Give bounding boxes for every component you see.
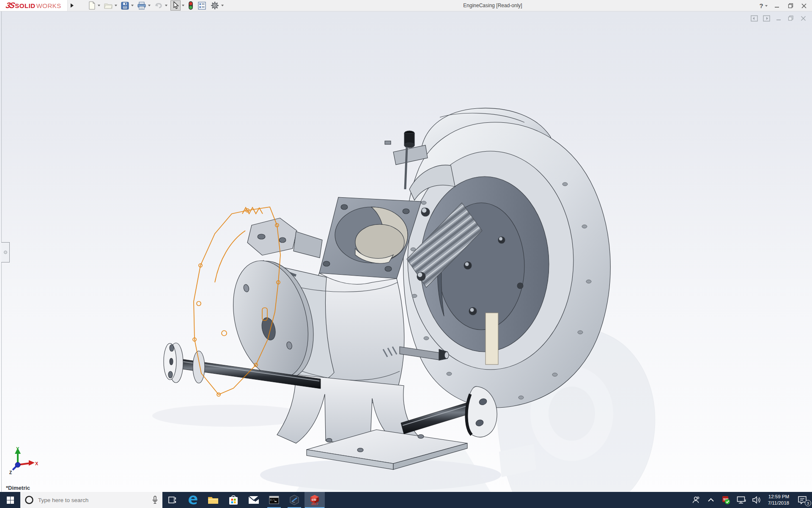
select-cursor-icon xyxy=(172,1,179,10)
minimize-icon xyxy=(774,3,779,8)
system-tray: SW 12:59 PM 7/11/2018 3 xyxy=(690,492,812,508)
store-button[interactable] xyxy=(223,492,244,508)
minimize-button[interactable] xyxy=(771,1,782,11)
clock-date: 7/11/2018 xyxy=(768,500,789,506)
select-tool-button[interactable] xyxy=(170,0,181,11)
save-dropdown[interactable] xyxy=(130,0,134,11)
tray-expand-button[interactable] xyxy=(705,492,716,508)
solidworks-2017-button[interactable]: SW 2017 xyxy=(304,492,325,508)
triad-y-label: Y xyxy=(16,446,19,451)
quick-access-toolbar xyxy=(87,0,226,11)
solidworks-app-icon: SW 2017 xyxy=(310,494,320,506)
help-dropdown-icon xyxy=(765,5,768,7)
new-dropdown[interactable] xyxy=(97,0,101,11)
help-button[interactable]: ? xyxy=(758,1,769,11)
close-icon xyxy=(801,3,807,8)
search-input[interactable] xyxy=(38,497,148,503)
print-icon xyxy=(137,2,146,10)
save-button[interactable] xyxy=(120,0,130,11)
save-icon xyxy=(121,2,129,10)
svg-text:C:\_: C:\_ xyxy=(270,499,277,502)
rebuild-button[interactable] xyxy=(187,0,194,11)
task-view-button[interactable] xyxy=(162,492,183,508)
network-icon xyxy=(737,496,746,504)
taskbar-search-box[interactable] xyxy=(20,492,162,508)
command-prompt-button[interactable]: C:\_ xyxy=(264,492,284,508)
volume-button[interactable] xyxy=(751,492,762,508)
command-prompt-icon: C:\_ xyxy=(269,496,279,504)
people-button[interactable] xyxy=(690,492,701,508)
file-properties-button[interactable] xyxy=(197,0,207,11)
clock-time: 12:59 PM xyxy=(768,494,789,500)
task-view-icon xyxy=(168,496,177,504)
graphics-viewport[interactable]: Y X Z *Dimetric xyxy=(0,11,812,492)
rebuild-traffic-light-icon xyxy=(188,1,193,10)
open-button[interactable] xyxy=(103,0,113,11)
restore-icon xyxy=(788,3,793,8)
taskbar-clock[interactable]: 12:59 PM 7/11/2018 xyxy=(766,494,791,506)
title-bar: 3S SOLIDWORKS EngineCasing xyxy=(0,0,812,11)
solidworks-logo: 3S SOLIDWORKS xyxy=(0,0,68,11)
brand-works: WORKS xyxy=(36,2,61,9)
new-document-icon xyxy=(88,1,96,10)
menu-flyout-button[interactable] xyxy=(68,0,76,11)
people-icon xyxy=(691,496,700,504)
cad-tool-button[interactable] xyxy=(284,492,304,508)
microphone-icon[interactable] xyxy=(152,496,158,504)
start-button[interactable] xyxy=(0,492,20,508)
windows-logo-icon xyxy=(7,497,14,504)
edge-icon xyxy=(187,494,198,505)
restore-button[interactable] xyxy=(785,1,796,11)
file-explorer-button[interactable] xyxy=(203,492,223,508)
notification-badge: 3 xyxy=(805,500,811,506)
close-button[interactable] xyxy=(798,1,809,11)
undo-icon xyxy=(154,2,163,9)
select-dropdown[interactable] xyxy=(181,0,185,11)
options-dropdown[interactable] xyxy=(220,0,225,11)
mail-button[interactable] xyxy=(244,492,264,508)
orientation-triad: Y X Z xyxy=(8,446,38,476)
flyout-arrow-icon xyxy=(71,3,74,8)
cortana-circle-icon xyxy=(25,495,34,505)
triad-x-label: X xyxy=(35,461,38,466)
file-explorer-icon xyxy=(208,495,219,505)
taskbar-pinned-apps: C:\_ SW 2017 xyxy=(162,492,325,508)
volume-icon xyxy=(752,496,761,504)
windows-taskbar: C:\_ SW 2017 SW 12:59 PM 7/1 xyxy=(0,492,812,508)
solidworks-year-label: 2017 xyxy=(311,502,318,506)
undo-dropdown[interactable] xyxy=(164,0,168,11)
edge-button[interactable] xyxy=(183,492,203,508)
window-title: EngineCasing [Read-only] xyxy=(463,0,522,11)
svg-text:SW: SW xyxy=(312,498,317,501)
dassault-3s-mark: 3S xyxy=(5,1,15,10)
cad-tool-hexagon-icon xyxy=(289,494,300,505)
view-orientation-label: *Dimetric xyxy=(6,485,30,491)
mail-icon xyxy=(248,496,259,504)
engine-casing-model xyxy=(0,11,812,492)
print-button[interactable] xyxy=(137,0,147,11)
brand-solid: SOLID xyxy=(15,2,35,9)
window-controls: ? xyxy=(758,0,809,11)
print-dropdown[interactable] xyxy=(147,0,151,11)
undo-button[interactable] xyxy=(154,0,164,11)
open-dropdown[interactable] xyxy=(114,0,118,11)
new-document-button[interactable] xyxy=(87,0,96,11)
store-icon xyxy=(228,494,239,505)
solidworks-status-icon: SW xyxy=(721,495,731,505)
file-properties-icon xyxy=(198,2,206,10)
open-folder-icon xyxy=(104,2,112,9)
triad-z-label: Z xyxy=(9,470,12,475)
options-button[interactable] xyxy=(210,0,220,11)
solidworks-status-button[interactable]: SW xyxy=(721,492,732,508)
chevron-up-icon xyxy=(708,498,714,502)
action-center-button[interactable]: 3 xyxy=(795,492,809,508)
options-gear-icon xyxy=(211,1,219,10)
network-button[interactable] xyxy=(736,492,747,508)
